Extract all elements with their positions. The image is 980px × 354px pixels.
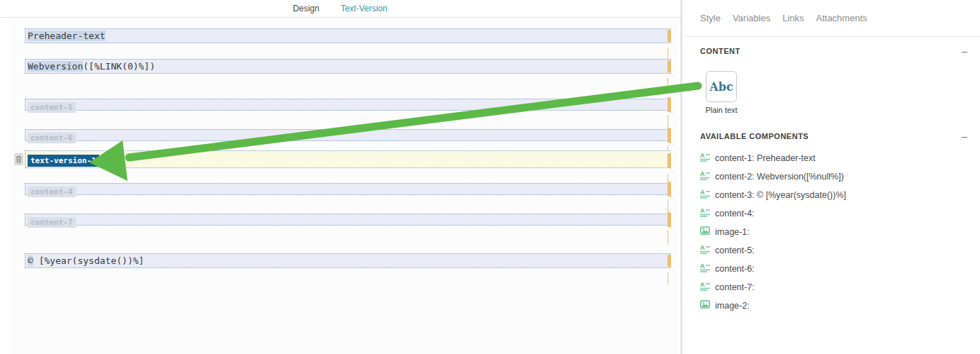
text-component-icon: A — [700, 244, 710, 257]
editor-mode-tabbar: Design Text-Version — [0, 0, 680, 18]
svg-text:A: A — [700, 189, 705, 196]
content-block-content-3[interactable]: © [%year(sysdate())%] — [25, 253, 671, 268]
component-list-item[interactable]: Acontent-7: — [700, 278, 973, 297]
svg-text:A: A — [700, 281, 705, 288]
lock-icon — [668, 183, 677, 194]
component-list-item[interactable]: Acontent-4: — [700, 204, 973, 223]
block-text-segment: [%year(sysdate())%] — [33, 255, 145, 266]
component-list-item[interactable]: Acontent-3: © [%year(sysdate())%] — [700, 186, 973, 204]
lock-icon — [668, 214, 677, 225]
trash-icon[interactable] — [14, 153, 23, 165]
svg-text:A: A — [700, 170, 705, 177]
lock-icon — [668, 129, 677, 140]
component-label: content-6: — [715, 264, 755, 274]
lock-icon — [668, 30, 677, 41]
available-components-list: Acontent-1: Preheader-textAcontent-2: We… — [700, 149, 973, 315]
component-label: content-1: Preheader-text — [715, 153, 816, 163]
content-block-content-5[interactable]: content-5 — [25, 99, 671, 111]
component-list-item[interactable]: Acontent-2: Webversion([%null%]) — [700, 167, 973, 186]
content-block-content-6[interactable]: content-6 — [25, 129, 671, 141]
content-section-header: CONTENT – — [700, 47, 967, 55]
components-section-title: AVAILABLE COMPONENTS — [700, 132, 809, 140]
tab-design[interactable]: Design — [293, 4, 319, 13]
component-list-item[interactable]: image-1: — [700, 223, 973, 241]
inspector-tabbar: StyleVariablesLinksAttachments — [685, 0, 980, 37]
tab-text-version[interactable]: Text-Version — [341, 4, 388, 13]
lock-icon — [668, 255, 677, 266]
lock-icon — [668, 153, 677, 165]
image-component-icon — [700, 226, 710, 238]
component-list-item[interactable]: image-2: — [700, 297, 973, 315]
content-block-content-1[interactable]: Preheader-text — [25, 28, 671, 43]
block-text-segment: Preheader-text — [28, 31, 106, 41]
block-label-chip: text-version-1 — [28, 155, 99, 167]
abc-icon: Abc — [709, 80, 733, 94]
lock-icon — [668, 99, 677, 110]
component-label: content-5: — [715, 245, 755, 255]
block-label-chip: content-6 — [28, 133, 76, 143]
svg-text:A: A — [700, 207, 705, 214]
inspector-tab-attachments[interactable]: Attachments — [816, 13, 867, 23]
inspector-panel: StyleVariablesLinksAttachments CONTENT –… — [685, 0, 980, 354]
component-label: image-2: — [715, 301, 750, 311]
component-label: content-2: Webversion([%null%]) — [715, 172, 844, 182]
block-label-chip: content-5 — [28, 102, 76, 113]
svg-text:A: A — [700, 152, 705, 159]
collapse-components-icon[interactable]: – — [962, 133, 967, 140]
svg-text:A: A — [700, 262, 705, 270]
components-section-header: AVAILABLE COMPONENTS – — [700, 132, 967, 140]
content-section-title: CONTENT — [700, 47, 740, 55]
block-label-chip: content-7 — [28, 217, 76, 228]
block-label-chip: content-4 — [28, 187, 76, 197]
text-component-icon: A — [700, 152, 710, 165]
component-list-item[interactable]: Acontent-6: — [700, 260, 973, 278]
text-version-editor: Design Text-Version Preheader-textWebver… — [0, 0, 682, 354]
inspector-tab-links[interactable]: Links — [782, 13, 804, 23]
block-text-segment: © — [28, 255, 33, 266]
component-label: image-1: — [715, 227, 750, 237]
component-label: content-4: — [715, 209, 755, 219]
image-component-icon — [700, 299, 710, 312]
component-label: content-3: © [%year(sysdate())%] — [715, 190, 846, 200]
inspector-tab-style[interactable]: Style — [700, 13, 721, 23]
block-text-segment: Webversion — [28, 61, 83, 72]
text-component-icon: A — [700, 281, 710, 294]
text-component-icon: A — [700, 189, 710, 201]
text-component-icon: A — [700, 262, 710, 275]
svg-text:A: A — [700, 244, 705, 251]
content-block-text-version-1[interactable]: text-version-1 — [25, 150, 671, 168]
content-block-content-2[interactable]: Webversion([%LINK(0)%]) — [25, 59, 671, 74]
component-label: content-7: — [715, 282, 755, 292]
plain-text-caption: Plain text — [690, 106, 753, 114]
lock-icon — [668, 60, 677, 72]
content-block-content-7[interactable]: content-7 — [25, 214, 671, 226]
content-block-content-4[interactable]: content-4 — [25, 183, 671, 195]
collapse-content-icon[interactable]: – — [962, 48, 967, 55]
text-component-icon: A — [700, 170, 710, 183]
component-list-item[interactable]: Acontent-1: Preheader-text — [700, 149, 973, 167]
inspector-tab-variables[interactable]: Variables — [733, 13, 770, 23]
text-component-icon: A — [700, 207, 710, 220]
plain-text-component-tile[interactable]: Abc — [706, 71, 737, 102]
component-list-item[interactable]: Acontent-5: — [700, 241, 973, 260]
block-text-segment: ([%LINK(0)%]) — [83, 61, 155, 72]
text-version-canvas: Preheader-textWebversion([%LINK(0)%])con… — [9, 18, 678, 354]
